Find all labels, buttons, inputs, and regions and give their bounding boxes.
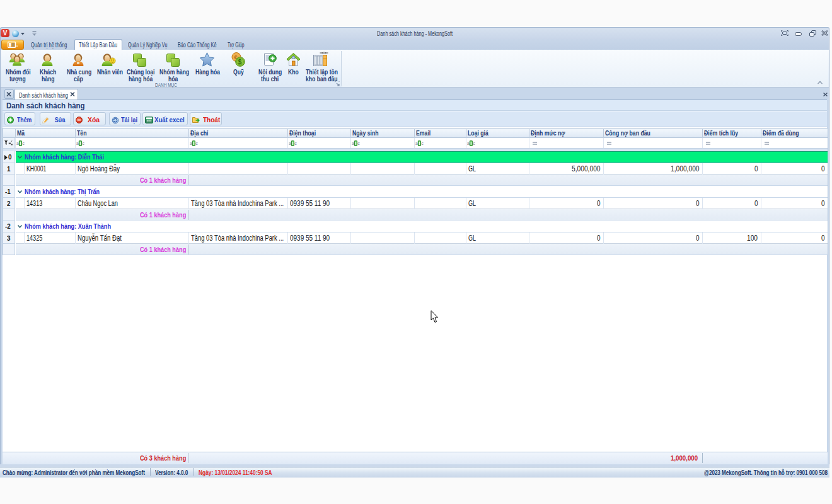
svg-text:c: c: [473, 141, 475, 146]
svg-text:$: $: [238, 59, 242, 66]
svg-text:a: a: [467, 141, 470, 146]
svg-text:a: a: [352, 141, 354, 146]
svg-text:a: a: [289, 141, 291, 146]
svg-text:a: a: [76, 141, 79, 146]
svg-text:c: c: [357, 141, 360, 146]
svg-text:a: a: [16, 141, 19, 146]
svg-text:c: c: [294, 141, 297, 146]
svg-text:a: a: [190, 141, 192, 146]
svg-text:a: a: [415, 141, 418, 146]
svg-text:c: c: [421, 141, 424, 146]
svg-text:c: c: [82, 141, 84, 146]
svg-text:c: c: [22, 141, 25, 146]
svg-text:c: c: [195, 141, 198, 146]
